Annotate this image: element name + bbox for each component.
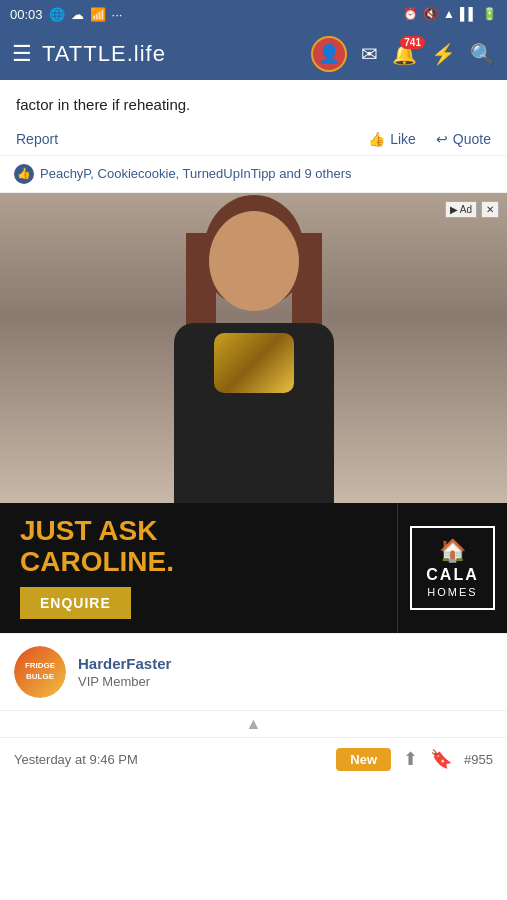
person-head [209,211,299,311]
status-right: ⏰ 🔇 ▲ ▌▌ 🔋 [403,7,497,21]
notifications-icon[interactable]: 🔔 741 [392,42,417,66]
expand-icon[interactable]: ▲ [246,715,262,733]
nav-icons: 👤 ✉ 🔔 741 ⚡ 🔍 [311,36,495,72]
quote-icon: ↩ [436,131,448,147]
username[interactable]: HarderFaster [78,655,171,672]
post-number: #955 [464,752,493,767]
footer-bar: Yesterday at 9:46 PM New ⬆ 🔖 #955 [0,737,507,781]
status-bar: 00:03 🌐 ☁ 📶 ··· ⏰ 🔇 ▲ ▌▌ 🔋 [0,0,507,28]
time-display: 00:03 [10,7,43,22]
user-rank: VIP Member [78,674,171,689]
ad-container: ▶ Ad ✕ JUST ASK CAROLINE. ENQUIRE 🏠 CALA [0,193,507,633]
search-icon[interactable]: 🔍 [470,42,495,66]
alarm-icon: ⏰ [403,7,418,21]
user-row: FRIDGE BULGE HarderFaster VIP Member [0,633,507,710]
quote-button[interactable]: ↩ Quote [436,131,491,147]
share-icon[interactable]: ⬆ [403,748,418,770]
like-button[interactable]: 👍 Like [368,131,416,147]
expand-row: ▲ [0,710,507,737]
cloud-icon: ☁ [71,7,84,22]
post-text: factor in there if reheating. [0,80,507,123]
battery-icon: 🔋 [482,7,497,21]
avatar-image: FRIDGE BULGE [14,646,66,698]
messages-icon[interactable]: ✉ [361,42,378,66]
reactions-names[interactable]: PeachyP, Cookiecookie, TurnedUpInTipp an… [40,166,351,181]
ad-image[interactable]: ▶ Ad ✕ [0,193,507,503]
ad-text-side: JUST ASK CAROLINE. ENQUIRE [0,503,397,633]
reactions-row: 👍 PeachyP, Cookiecookie, TurnedUpInTipp … [0,156,507,193]
action-right: 👍 Like ↩ Quote [368,131,491,147]
ad-close-icon[interactable]: ✕ [481,201,499,218]
logo-domain: .life [127,41,166,66]
ad-banner: JUST ASK CAROLINE. ENQUIRE 🏠 CALA HOMES [0,503,507,633]
notification-badge: 741 [400,36,425,49]
ad-label-area: ▶ Ad ✕ [445,201,499,218]
bookmark-icon[interactable]: 🔖 [430,748,452,770]
upload-icon: 🌐 [49,7,65,22]
new-badge: New [336,748,391,771]
enquire-button[interactable]: ENQUIRE [20,587,131,619]
logo-text: TATTLE [42,41,127,66]
cala-logo-box: 🏠 CALA HOMES [410,526,494,610]
user-avatar-nav[interactable]: 👤 [311,36,347,72]
report-button[interactable]: Report [16,131,58,147]
reaction-thumb-icon: 👍 [14,164,34,184]
ad-heading: JUST ASK CAROLINE. [20,516,377,578]
nav-bar: ☰ TATTLE.life 👤 ✉ 🔔 741 ⚡ 🔍 [0,28,507,80]
ad-heading-line2: CAROLINE. [20,547,377,578]
cala-building-icon: 🏠 [439,538,466,564]
quote-label: Quote [453,131,491,147]
dots-icon: ··· [112,7,123,22]
signal-bars-icon: ▌▌ [460,7,477,21]
user-info: HarderFaster VIP Member [78,655,171,689]
post-timestamp: Yesterday at 9:46 PM [14,752,324,767]
avatar-label: FRIDGE BULGE [14,661,66,682]
ad-person-figure [144,203,364,503]
status-left: 00:03 🌐 ☁ 📶 ··· [10,7,122,22]
ad-heading-line1: JUST ASK [20,516,377,547]
like-label: Like [390,131,416,147]
lightning-icon[interactable]: ⚡ [431,42,456,66]
like-icon: 👍 [368,131,385,147]
ad-logo-side[interactable]: 🏠 CALA HOMES [397,503,507,633]
site-logo[interactable]: TATTLE.life [42,41,301,67]
mute-icon: 🔇 [423,7,438,21]
action-bar: Report 👍 Like ↩ Quote [0,123,507,156]
person-scarf [214,333,294,393]
signal-icon: 📶 [90,7,106,22]
wifi-icon: ▲ [443,7,455,21]
hamburger-menu-icon[interactable]: ☰ [12,41,32,67]
ad-tag[interactable]: ▶ Ad [445,201,477,218]
cala-name: CALA [426,566,478,584]
cala-sub: HOMES [427,586,477,598]
user-avatar[interactable]: FRIDGE BULGE [14,646,66,698]
